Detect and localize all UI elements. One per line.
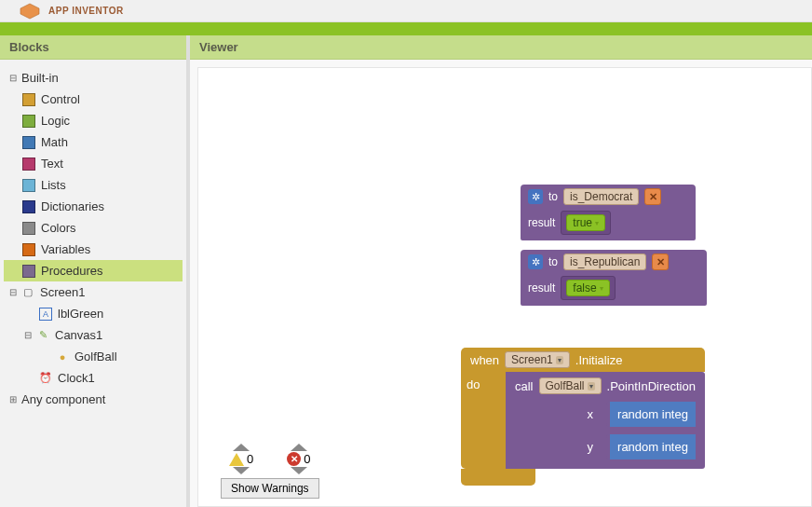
top-bar: APP INVENTOR (0, 0, 812, 22)
blocks-tree: ⊟Built-in Control Logic Math Text Lists … (0, 60, 186, 418)
random-integer-block-x[interactable]: random integ (606, 402, 696, 427)
tree-golfball[interactable]: ●GolfBall (4, 346, 183, 367)
delete-button[interactable]: ✕ (644, 188, 661, 205)
call-label: call (515, 379, 534, 393)
result-slot[interactable]: false▾ (561, 276, 615, 300)
warning-triangle-icon (229, 453, 244, 466)
gear-icon[interactable]: ✲ (528, 189, 543, 204)
delete-button[interactable]: ✕ (652, 254, 669, 270)
arg-y-label: y (588, 440, 594, 454)
tree-any-component[interactable]: ⊞Any component (4, 389, 183, 410)
screen-icon: ▢ (21, 286, 34, 299)
when-label: when (470, 353, 499, 367)
tree-procedures[interactable]: Procedures (4, 260, 183, 281)
green-bar (0, 22, 812, 35)
tree-logic[interactable]: Logic (4, 110, 183, 131)
viewer-panel-title: Viewer (190, 35, 812, 60)
tree-lists[interactable]: Lists (4, 174, 183, 196)
workspace: Blocks ⊟Built-in Control Logic Math Text… (0, 35, 812, 507)
chevron-down-icon[interactable]: ▾ (556, 356, 563, 364)
warnings-panel: 0 ✕0 Show Warnings (221, 444, 319, 499)
tree-dictionaries[interactable]: Dictionaries (4, 196, 183, 217)
triangle-down-icon[interactable] (233, 467, 250, 474)
proc-name-field[interactable]: is_Republican (563, 254, 646, 270)
error-circle-icon: ✕ (287, 452, 301, 466)
warning-count: 0 (247, 452, 253, 466)
gear-icon[interactable]: ✲ (528, 254, 543, 269)
tree-builtin[interactable]: ⊟Built-in (4, 67, 183, 89)
error-count: 0 (304, 452, 310, 466)
viewer-panel: Viewer ✲ to is_Democrat ✕ result true▾ ✲ (190, 35, 812, 507)
call-method-label: .PointInDirection (607, 379, 696, 393)
tree-math[interactable]: Math (4, 131, 183, 153)
show-warnings-button[interactable]: Show Warnings (221, 478, 319, 499)
chevron-down-icon[interactable]: ▾ (600, 284, 603, 293)
result-label: result (528, 281, 555, 295)
tree-colors[interactable]: Colors (4, 217, 183, 239)
collapse-icon[interactable]: ⊟ (7, 287, 19, 298)
result-label: result (528, 216, 555, 229)
collapse-icon[interactable]: ⊟ (7, 73, 19, 84)
chevron-down-icon[interactable]: ▾ (595, 219, 599, 227)
logo-icon (19, 3, 41, 20)
tree-canvas1[interactable]: ⊟✎Canvas1 (4, 324, 183, 346)
procedure-is-democrat-block[interactable]: ✲ to is_Democrat ✕ result true▾ (521, 185, 696, 240)
ball-icon: ● (56, 350, 69, 363)
false-value[interactable]: false▾ (566, 280, 609, 296)
math-swatch-icon (22, 136, 35, 149)
app-name: APP INVENTOR (48, 6, 124, 16)
error-nav[interactable]: ✕0 (287, 444, 310, 474)
logic-swatch-icon (22, 115, 35, 128)
tree-text[interactable]: Text (4, 153, 183, 174)
clock-icon: ⏰ (39, 372, 52, 385)
tree-lblgreen[interactable]: AlblGreen (4, 303, 183, 324)
collapse-icon[interactable]: ⊟ (22, 330, 34, 341)
do-label: do (467, 377, 480, 391)
triangle-down-icon[interactable] (291, 467, 307, 474)
when-screen1-initialize-block[interactable]: when Screen1▾ .Initialize do call GolfBa… (461, 348, 705, 486)
blocks-panel-title: Blocks (0, 35, 186, 60)
chevron-down-icon[interactable]: ▾ (588, 382, 595, 391)
tree-clock1[interactable]: ⏰Clock1 (4, 367, 183, 389)
colors-swatch-icon (22, 222, 35, 235)
expand-icon[interactable]: ⊞ (7, 394, 19, 405)
proc-swatch-icon (22, 265, 35, 278)
triangle-up-icon[interactable] (233, 444, 250, 451)
result-slot[interactable]: true▾ (561, 211, 611, 235)
call-golfball-pointindirection-block[interactable]: call GolfBall▾ .PointInDirection x rando… (506, 372, 705, 469)
tree-control[interactable]: Control (4, 89, 183, 110)
control-swatch-icon (22, 93, 35, 106)
to-label: to (548, 190, 558, 203)
random-integer-block-y[interactable]: random integ (606, 434, 696, 459)
true-value[interactable]: true▾ (566, 214, 605, 231)
arg-x-label: x (588, 407, 594, 421)
canvas-icon: ✎ (36, 329, 49, 342)
tree-screen1[interactable]: ⊟▢Screen1 (4, 281, 183, 303)
warning-nav[interactable]: 0 (229, 444, 253, 474)
label-icon: A (39, 308, 52, 321)
block-canvas[interactable]: ✲ to is_Democrat ✕ result true▾ ✲ to is_… (197, 67, 812, 507)
call-target-dropdown[interactable]: GolfBall▾ (539, 377, 602, 394)
to-label: to (548, 255, 558, 268)
triangle-up-icon[interactable] (291, 444, 307, 451)
proc-name-field[interactable]: is_Democrat (563, 188, 639, 205)
lists-swatch-icon (22, 179, 35, 192)
dict-swatch-icon (22, 200, 35, 213)
when-target-dropdown[interactable]: Screen1▾ (505, 351, 570, 368)
when-event-label: .Initialize (575, 353, 623, 367)
procedure-is-republican-block[interactable]: ✲ to is_Republican ✕ result false▾ (521, 250, 707, 306)
tree-variables[interactable]: Variables (4, 239, 183, 260)
text-swatch-icon (22, 158, 35, 171)
vars-swatch-icon (22, 243, 35, 256)
blocks-panel: Blocks ⊟Built-in Control Logic Math Text… (0, 35, 190, 507)
